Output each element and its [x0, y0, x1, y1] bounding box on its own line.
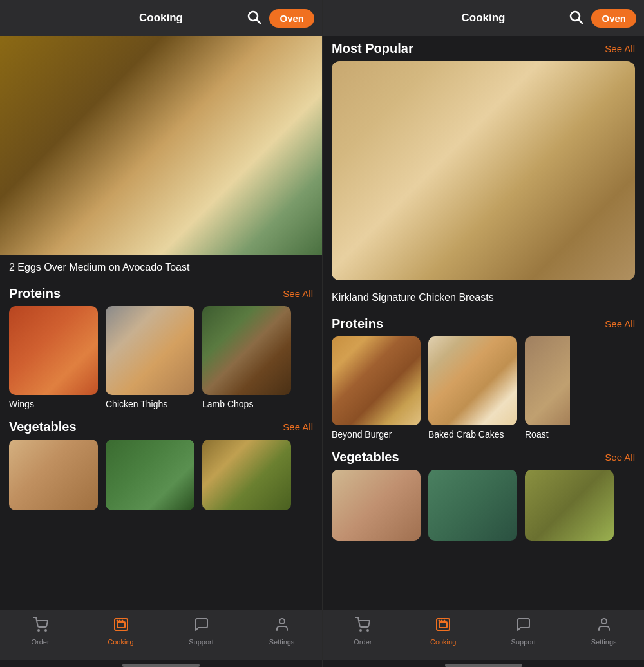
right-nav-settings[interactable]: Settings [585, 615, 623, 647]
veg2-image [106, 440, 194, 510]
right-most-popular-see-all[interactable]: See All [605, 43, 635, 54]
list-item[interactable] [332, 470, 421, 541]
svg-point-13 [367, 630, 368, 631]
left-nav-support[interactable]: Support [182, 615, 221, 647]
baked-crab-cakes-label: Baked Crab Cakes [428, 429, 517, 440]
chicken-breasts-image [332, 61, 635, 280]
right-search-button[interactable] [567, 8, 585, 29]
right-panel: Cooking Oven Most Popular See All Kirkla… [322, 0, 644, 667]
veg-r1-image [332, 470, 421, 541]
right-most-popular-header: Most Popular See All [323, 36, 644, 61]
lamb-chops-image [202, 306, 291, 395]
svg-line-11 [579, 19, 583, 23]
left-header: Cooking Oven [0, 0, 322, 36]
right-oven-button[interactable]: Oven [591, 9, 636, 28]
right-vegetables-see-all[interactable]: See All [605, 452, 635, 463]
avocado-toast-image [0, 36, 322, 255]
right-bottom-nav: Order Cooking Support [323, 610, 644, 660]
left-nav-cooking[interactable]: Cooking [102, 615, 140, 647]
person-icon [596, 617, 612, 636]
right-most-popular-title: Most Popular [332, 41, 413, 56]
right-proteins-header: Proteins See All [323, 311, 644, 336]
svg-point-3 [45, 630, 46, 631]
chicken-thighs-image [106, 306, 194, 395]
left-panel: Cooking Oven 2 Eggs Over Medium on Avoca… [0, 0, 322, 667]
most-popular-card[interactable] [332, 61, 635, 280]
veg-r3-image [525, 470, 614, 541]
right-vegetables-title: Vegetables [332, 450, 399, 465]
left-nav-settings-label: Settings [269, 638, 295, 646]
right-header: Cooking Oven [323, 0, 644, 36]
search-icon [246, 9, 261, 24]
lamb-chops-label: Lamb Chops [202, 399, 291, 409]
wings-image [9, 306, 98, 395]
left-bottom-nav: Order Cooking Support [0, 610, 322, 660]
right-nav-cooking-label: Cooking [430, 638, 456, 646]
left-vegetables-row [0, 440, 322, 516]
list-item[interactable]: Chicken Thighs [106, 306, 194, 409]
svg-point-9 [279, 619, 285, 624]
list-item[interactable]: Lamb Chops [202, 306, 291, 409]
left-home-indicator [122, 664, 200, 667]
right-proteins-title: Proteins [332, 316, 383, 331]
veg1-image [9, 440, 98, 510]
list-item[interactable] [106, 440, 194, 510]
left-proteins-header: Proteins See All [0, 281, 322, 306]
list-item[interactable]: Baked Crab Cakes [428, 336, 517, 440]
baked-crab-cakes-image [428, 336, 517, 425]
left-nav-order-label: Order [31, 638, 49, 646]
oven-icon [435, 617, 451, 636]
left-vegetables-see-all[interactable]: See All [283, 421, 313, 432]
left-header-actions: Oven [245, 8, 314, 29]
right-nav-cooking[interactable]: Cooking [424, 615, 462, 647]
left-search-button[interactable] [245, 8, 263, 29]
left-nav-order[interactable]: Order [21, 615, 60, 647]
left-nav-settings[interactable]: Settings [263, 615, 301, 647]
right-proteins-row: Beyond Burger Baked Crab Cakes Roast [323, 336, 644, 445]
svg-point-2 [38, 630, 39, 631]
beyond-burger-image [332, 336, 421, 425]
left-header-title: Cooking [139, 12, 183, 24]
left-hero-image[interactable] [0, 36, 322, 255]
left-oven-button[interactable]: Oven [269, 9, 314, 28]
svg-point-12 [360, 630, 361, 631]
list-item[interactable] [525, 470, 614, 541]
search-icon [568, 9, 583, 24]
right-nav-support[interactable]: Support [504, 615, 543, 647]
left-vegetables-title: Vegetables [9, 420, 77, 434]
cart-icon [355, 617, 370, 636]
list-item[interactable]: Wings [9, 306, 98, 409]
most-popular-item-title: Kirkland Signature Chicken Breasts [323, 285, 644, 311]
right-vegetables-row [323, 470, 644, 546]
left-vegetables-header: Vegetables See All [0, 414, 322, 440]
list-item[interactable] [428, 470, 517, 541]
left-nav-cooking-label: Cooking [108, 638, 133, 646]
beyond-burger-label: Beyond Burger [332, 429, 421, 440]
roast-image [525, 336, 570, 425]
list-item[interactable] [9, 440, 98, 510]
roast-label: Roast [525, 429, 570, 440]
wings-label: Wings [9, 399, 98, 409]
right-nav-order[interactable]: Order [343, 615, 382, 647]
person-icon [274, 617, 290, 636]
veg-r2-image [428, 470, 517, 541]
right-nav-order-label: Order [354, 638, 372, 646]
list-item[interactable] [202, 440, 291, 510]
svg-line-1 [257, 19, 261, 23]
cart-icon [33, 617, 48, 636]
chat-icon [516, 617, 531, 636]
chat-icon [194, 617, 209, 636]
right-header-actions: Oven [567, 8, 636, 29]
svg-rect-5 [117, 622, 125, 628]
left-proteins-title: Proteins [9, 286, 61, 301]
right-proteins-see-all[interactable]: See All [605, 318, 635, 329]
right-nav-settings-label: Settings [591, 638, 617, 646]
left-proteins-row: Wings Chicken Thighs Lamb Chops [0, 306, 322, 414]
veg3-image [202, 440, 291, 510]
svg-point-19 [601, 619, 607, 624]
left-proteins-see-all[interactable]: See All [283, 288, 313, 299]
left-content: 2 Eggs Over Medium on Avocado Toast Prot… [0, 36, 322, 610]
list-item[interactable]: Roast [525, 336, 570, 440]
right-nav-support-label: Support [511, 638, 536, 646]
list-item[interactable]: Beyond Burger [332, 336, 421, 440]
